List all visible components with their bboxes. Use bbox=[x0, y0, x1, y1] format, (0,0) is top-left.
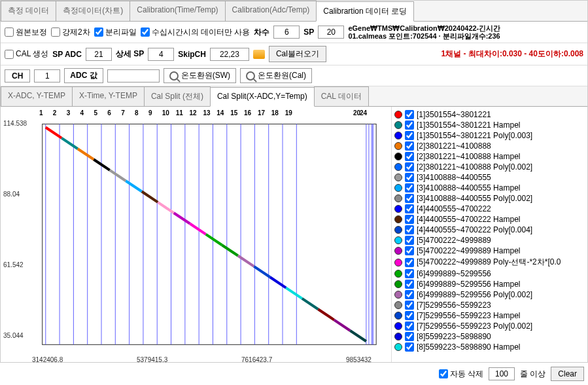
legend-checkbox[interactable] bbox=[405, 269, 414, 278]
chk-original[interactable]: 원본보정 bbox=[5, 27, 47, 38]
legend-item[interactable]: [6]4999889~5299556 Hampel bbox=[394, 279, 585, 289]
chart-vline-label: 11 bbox=[176, 109, 183, 117]
chk-autodelete[interactable]: 자동 삭제 bbox=[439, 369, 483, 380]
legend-checkbox[interactable] bbox=[405, 131, 414, 140]
legend-item[interactable]: [7]5299556~5599223 Poly[0.002] bbox=[394, 321, 585, 331]
legend-checkbox[interactable] bbox=[405, 110, 414, 119]
legend-item[interactable]: [8]5599223~5898890 bbox=[394, 331, 585, 342]
legend-checkbox[interactable] bbox=[405, 332, 414, 341]
legend-checkbox[interactable] bbox=[405, 141, 414, 151]
legend-swatch bbox=[394, 247, 402, 255]
chk-hours[interactable]: 수십시간시의 데이터만 사용 bbox=[141, 27, 251, 38]
legend-checkbox[interactable] bbox=[405, 321, 414, 331]
legend-item[interactable]: [3]4100888~4400555 Hampel bbox=[394, 183, 585, 193]
btn-temp-sw[interactable]: 온도환원(SW) bbox=[164, 68, 236, 83]
legend-label: [5]4700222~4999889 Poly-선택-*2차*[0.0 bbox=[417, 257, 561, 268]
btn-load-cal[interactable]: Cal불러오기 bbox=[269, 46, 326, 62]
legend-checkbox[interactable] bbox=[405, 280, 414, 289]
channel-info: 1채널 - 최대차이:0.030 - 40도이하:0.008 bbox=[330, 48, 583, 60]
input-ch[interactable] bbox=[34, 69, 60, 82]
legend-label: [1]3501554~3801221 Poly[0.003] bbox=[417, 131, 532, 140]
file-path: eGene₩TMS₩Calibration₩20240422-긴시간 01.ca… bbox=[348, 24, 583, 40]
subtab-0[interactable]: X-ADC, Y-TEMP bbox=[1, 86, 73, 106]
label-ch: CH bbox=[5, 69, 30, 82]
legend-checkbox[interactable] bbox=[405, 204, 414, 213]
tab-3[interactable]: Calibration(Adc/Temp) bbox=[225, 1, 317, 21]
tab-0[interactable]: 측정 데이터 bbox=[1, 1, 56, 21]
legend-swatch bbox=[394, 205, 402, 213]
legend-item[interactable]: [6]4999889~5299556 Poly[0.002] bbox=[394, 289, 585, 300]
options-row-3: CH ADC 값 온도환원(SW) 온도환원(Cal) bbox=[1, 65, 587, 86]
legend-label: [1]3501554~3801221 bbox=[417, 110, 491, 119]
chart-vline-label: 19 bbox=[285, 109, 292, 117]
legend-checkbox[interactable] bbox=[405, 246, 414, 255]
legend-checkbox[interactable] bbox=[405, 215, 414, 224]
legend-item[interactable]: [7]5299556~5599223 bbox=[394, 300, 585, 310]
input-skipch[interactable] bbox=[210, 48, 249, 61]
chk-split[interactable]: 분리파일 bbox=[94, 27, 137, 38]
legend-checkbox[interactable] bbox=[405, 258, 414, 267]
legend-swatch bbox=[394, 194, 402, 202]
legend-checkbox[interactable] bbox=[405, 290, 414, 299]
chart-vline-label: 15 bbox=[230, 109, 237, 117]
legend-item[interactable]: [6]4999889~5299556 bbox=[394, 268, 585, 279]
input-spadc[interactable] bbox=[86, 48, 112, 61]
input-lines[interactable] bbox=[489, 367, 515, 380]
legend-swatch bbox=[394, 322, 402, 330]
chart-vline-label: 9 bbox=[148, 109, 152, 117]
legend-item[interactable]: [5]4700222~4999889 bbox=[394, 235, 585, 246]
legend-item[interactable]: [8]5599223~5898890 Hampel bbox=[394, 342, 585, 352]
legend-checkbox[interactable] bbox=[405, 194, 414, 203]
legend-label: [3]4100888~4400555 Poly[0.002] bbox=[417, 194, 532, 203]
legend-item[interactable]: [3]4100888~4400555 Poly[0.002] bbox=[394, 193, 585, 204]
tab-2[interactable]: Calibration(Time/Temp) bbox=[130, 1, 225, 21]
legend-item[interactable]: [4]4400555~4700222 Poly[0.004] bbox=[394, 225, 585, 235]
input-sp[interactable] bbox=[318, 26, 344, 39]
legend-swatch bbox=[394, 121, 402, 129]
tab-4[interactable]: Calibrartion 데이터 로딩 bbox=[316, 1, 414, 22]
chk-calgen[interactable]: CAL 생성 bbox=[5, 48, 48, 60]
legend-item[interactable]: [2]3801221~4100888 Poly[0.002] bbox=[394, 162, 585, 172]
legend-checkbox[interactable] bbox=[405, 236, 414, 245]
legend-item[interactable]: [1]3501554~3801221 bbox=[394, 109, 585, 120]
legend-label: [2]3801221~4100888 bbox=[417, 141, 491, 151]
input-detail-sp[interactable] bbox=[148, 48, 174, 61]
legend-checkbox[interactable] bbox=[405, 120, 414, 130]
tab-1[interactable]: 측정데이터(차트) bbox=[56, 1, 130, 21]
legend-checkbox[interactable] bbox=[405, 311, 414, 320]
subtab-2[interactable]: Cal Split (전체) bbox=[144, 86, 211, 106]
btn-temp-cal[interactable]: 온도환원(Cal) bbox=[240, 68, 312, 83]
legend-checkbox[interactable] bbox=[405, 225, 414, 234]
legend-item[interactable]: [4]4400555~4700222 bbox=[394, 204, 585, 214]
legend-item[interactable]: [5]4700222~4999889 Poly-선택-*2차*[0.0 bbox=[394, 256, 585, 268]
legend-label: [4]4400555~4700222 Poly[0.004] bbox=[417, 225, 532, 234]
legend-checkbox[interactable] bbox=[405, 152, 414, 161]
label-adc: ADC 값 bbox=[64, 68, 103, 83]
legend-item[interactable]: [4]4400555~4700222 Hampel bbox=[394, 214, 585, 225]
legend-item[interactable]: [2]3801221~4100888 bbox=[394, 141, 585, 151]
folder-icon[interactable] bbox=[253, 50, 265, 59]
legend-item[interactable]: [1]3501554~3801221 Hampel bbox=[394, 120, 585, 130]
legend-checkbox[interactable] bbox=[405, 173, 414, 182]
legend-item[interactable]: [5]4700222~4999889 Hampel bbox=[394, 246, 585, 256]
legend-label: [6]4999889~5299556 Hampel bbox=[417, 280, 520, 289]
subtab-3[interactable]: Cal Split(X-ADC,Y=Temp) bbox=[210, 87, 315, 107]
input-adc[interactable] bbox=[107, 69, 160, 82]
legend-checkbox[interactable] bbox=[405, 342, 414, 352]
y-tick: 61.542 bbox=[3, 261, 24, 268]
legend-item[interactable]: [7]5299556~5599223 Hampel bbox=[394, 310, 585, 321]
subtab-1[interactable]: X-Time, Y-TEMP bbox=[72, 86, 145, 106]
options-row-1: 원본보정 강제2차 분리파일 수십시간시의 데이터만 사용 차수 SP eGen… bbox=[1, 22, 587, 43]
subtab-4[interactable]: CAL 데이터 bbox=[314, 86, 369, 106]
legend-item[interactable]: [1]3501554~3801221 Poly[0.003] bbox=[394, 130, 585, 141]
chk-force2[interactable]: 강제2차 bbox=[51, 27, 90, 38]
legend-label: [1]3501554~3801221 Hampel bbox=[417, 120, 520, 130]
legend-checkbox[interactable] bbox=[405, 162, 414, 172]
search-icon bbox=[169, 71, 179, 81]
btn-clear[interactable]: Clear bbox=[551, 367, 584, 381]
input-order[interactable] bbox=[273, 26, 300, 39]
legend-checkbox[interactable] bbox=[405, 183, 414, 192]
legend-item[interactable]: [3]4100888~4400555 bbox=[394, 172, 585, 183]
legend-item[interactable]: [2]3801221~4100888 Hampel bbox=[394, 151, 585, 162]
legend-checkbox[interactable] bbox=[405, 301, 414, 310]
